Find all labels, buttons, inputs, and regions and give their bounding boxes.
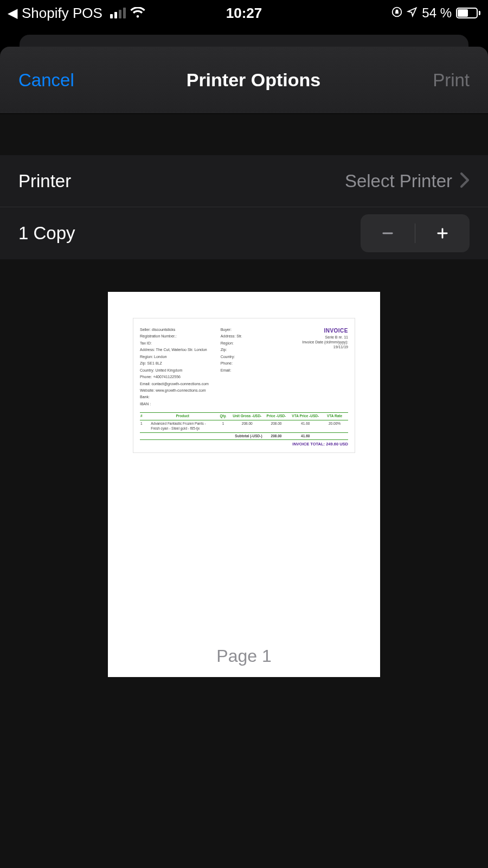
seller-address: Address: The Cut, Waterloo Str. London: [140, 347, 221, 352]
invoice-buyer-block: Buyer: Address: Str. Region: Zip: Countr…: [221, 327, 281, 408]
table-row: 1 Advanced Fantastic Frozen Pants - Fres…: [140, 420, 348, 433]
td-vta-rate: 20.00%: [321, 420, 348, 433]
wifi-icon: [130, 7, 145, 19]
preview-page-1[interactable]: Seller: discountsticks Registration Numb…: [108, 292, 380, 677]
td-num: 1: [140, 420, 150, 433]
th-product: Product: [150, 413, 215, 420]
back-caret-icon: ◀: [8, 5, 17, 21]
buyer-zip: Zip:: [221, 347, 281, 352]
th-vta-price: VTA Price -USD-: [290, 413, 321, 420]
td-price: 208.00: [263, 420, 290, 433]
plus-icon: [435, 226, 450, 241]
invoice-serie: Serie B nr. 11: [281, 335, 348, 340]
buyer-email: Email:: [221, 368, 281, 373]
seller-tax: Tax ID:: [140, 341, 221, 346]
subtotal-row: Subtotal (-USD-) 208.00 41.60: [140, 432, 348, 440]
back-app-label: Shopify POS: [22, 5, 102, 22]
td-product: Advanced Fantastic Frozen Pants - Fresh …: [150, 420, 215, 433]
seller-reg: Registration Number.:: [140, 334, 221, 339]
subtotal-label: Subtotal (-USD-): [140, 432, 263, 440]
status-bar-time: 10:27: [226, 5, 262, 22]
sheet-title: Printer Options: [187, 69, 320, 91]
copies-decrement-button[interactable]: [361, 214, 415, 252]
buyer-address: Address: Str.: [221, 334, 281, 339]
th-num: #: [140, 413, 150, 420]
invoice-title: INVOICE: [281, 327, 348, 335]
minus-icon: [380, 226, 395, 241]
seller-website: Website: www.growth-connections.com: [140, 388, 221, 393]
seller-bank: Bank:: [140, 394, 221, 399]
invoice-seller-block: Seller: discountsticks Registration Numb…: [140, 327, 221, 408]
seller-zip: Zip: SE1 8LZ: [140, 361, 221, 366]
copies-stepper: [361, 214, 470, 252]
printer-row-label: Printer: [18, 171, 71, 192]
status-bar: ◀ Shopify POS 10:27 54 %: [0, 0, 488, 26]
seller-name: Seller: discountsticks: [140, 327, 221, 332]
invoice-document: Seller: discountsticks Registration Numb…: [133, 318, 355, 453]
seller-region: Region: London: [140, 354, 221, 359]
seller-phone: Phone: +400741122556: [140, 374, 221, 379]
th-qty: Qty.: [215, 413, 232, 420]
print-settings-list: Printer Select Printer 1 Copy: [0, 155, 488, 259]
printer-row-value: Select Printer: [345, 171, 452, 192]
buyer-name: Buyer:: [221, 327, 281, 332]
subtotal-vta: 41.60: [290, 432, 321, 440]
invoice-line-items-table: # Product Qty. Unit Gross -USD- Price -U…: [140, 412, 348, 440]
td-unit-gross: 208.00: [232, 420, 263, 433]
th-unit-gross: Unit Gross -USD-: [232, 413, 263, 420]
chevron-right-icon: [460, 172, 470, 190]
invoice-date-label: Invoice Date (dd/mm/yyyy):: [281, 340, 348, 344]
invoice-total: INVOICE TOTAL: 249.60 USD: [140, 442, 348, 447]
td-vta-price: 41.60: [290, 420, 321, 433]
seller-email: Email: contact@growth-connections.com: [140, 381, 221, 386]
subtotal-price: 208.00: [263, 432, 290, 440]
battery-percent-label: 54 %: [422, 5, 452, 21]
buyer-region: Region:: [221, 341, 281, 346]
seller-iban: IBAN :: [140, 401, 221, 406]
th-vta-rate: VTA Rate: [321, 413, 348, 420]
battery-icon: [456, 8, 480, 18]
print-button[interactable]: Print: [433, 70, 470, 91]
td-qty: 1: [215, 420, 232, 433]
seller-country: Country: United Kingdom: [140, 368, 221, 373]
printer-row[interactable]: Printer Select Printer: [0, 155, 488, 207]
invoice-meta-block: INVOICE Serie B nr. 11 Invoice Date (dd/…: [281, 327, 348, 408]
status-bar-right: 54 %: [262, 5, 480, 21]
status-bar-left[interactable]: ◀ Shopify POS: [8, 5, 226, 22]
sheet-header: Cancel Printer Options Print: [0, 47, 488, 114]
orientation-lock-icon: [391, 5, 402, 21]
section-spacer: [0, 114, 488, 155]
printer-options-sheet: Cancel Printer Options Print Printer Sel…: [0, 47, 488, 868]
buyer-country: Country:: [221, 354, 281, 359]
invoice-date: 19/11/19: [281, 344, 348, 349]
buyer-phone: Phone:: [221, 361, 281, 366]
copies-row-label: 1 Copy: [18, 223, 75, 244]
print-preview-area[interactable]: Seller: discountsticks Registration Numb…: [0, 259, 488, 677]
location-icon: [407, 5, 418, 21]
copies-row: 1 Copy: [0, 207, 488, 259]
th-price: Price -USD-: [263, 413, 290, 420]
copies-increment-button[interactable]: [415, 214, 470, 252]
page-number-caption: Page 1: [108, 646, 380, 666]
cancel-button[interactable]: Cancel: [18, 70, 74, 91]
cellular-signal-icon: [110, 8, 126, 18]
